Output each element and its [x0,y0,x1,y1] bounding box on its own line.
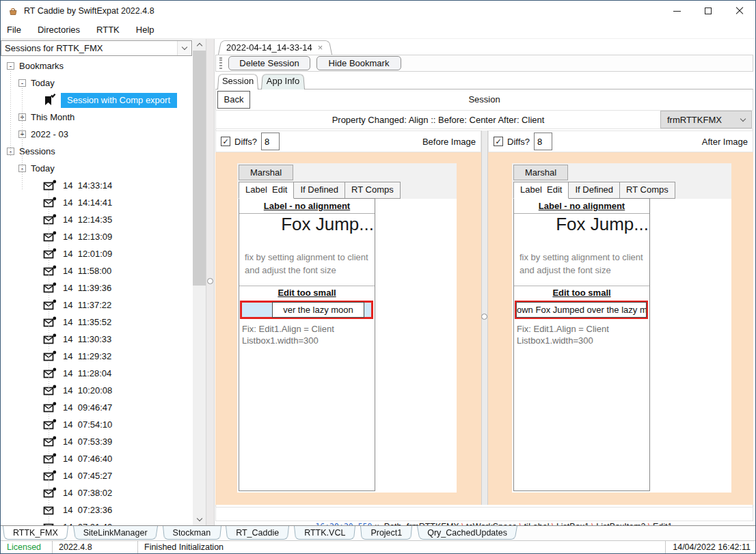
expand-toggle[interactable]: - [7,62,14,70]
session-envelope-icon [43,504,57,516]
after-diff-highlight: own Fox Jumped over the lazy moon [515,301,648,319]
session-tree-item[interactable]: 14 09:46:47 [1,399,193,416]
project-tab[interactable]: RTTK.VCL [294,526,355,540]
menu-rttk[interactable]: RTTK [88,21,128,39]
tree-node-2022-03[interactable]: + 2022 - 03 [1,126,193,143]
session-page-title: Session [216,94,753,105]
session-envelope-icon [43,180,57,191]
tree-node-sessions[interactable]: - Sessions [1,143,193,160]
hide-bookmark-button[interactable]: Hide Bookmark [316,56,401,70]
unread-dot-icon [53,368,56,372]
toolbar-gripper-icon[interactable] [219,57,222,69]
property-changed-bar: Property Changed: Align :: Before: Cente… [215,110,753,129]
session-tree-item[interactable]: 14 12:13:09 [1,228,193,245]
tree-node-bookmarks[interactable]: - Bookmarks [1,57,193,74]
session-tree-item[interactable]: 14 11:29:32 [1,348,193,365]
session-item-label: 14 07:23:36 [63,505,112,515]
tree-node-label: Bookmarks [19,61,64,71]
minimize-button[interactable] [661,1,692,21]
project-tab[interactable]: Stockman [163,526,221,540]
tree-node-label: Today [31,163,55,174]
session-tree-item[interactable]: 14 14:33:14 [1,177,193,194]
combo-dropdown-button[interactable] [177,41,191,55]
captured-fix-text: Fix: Edit1.Align = Client Listbox1.width… [239,323,375,346]
project-tab-label: RT_Caddie [236,528,279,538]
unread-dot-icon [53,266,56,269]
session-document-tab[interactable]: 2022-04-14_14-33-14 × [218,40,332,55]
app-icon [8,5,18,16]
sessions-combo-value: Sessions for RTTK_FMX [1,43,177,53]
captured-label-header: Label - no alignment [514,199,649,214]
project-tab[interactable]: Qry_CachedUpdates [417,526,517,540]
delete-session-button[interactable]: Delete Session [228,56,310,70]
session-item-label: 14 11:30:33 [63,334,111,344]
menu-help[interactable]: Help [128,21,163,39]
scroll-up-button[interactable] [193,39,206,51]
menu-directories[interactable]: Directories [29,21,88,39]
session-envelope-icon [43,436,57,447]
close-button[interactable] [724,1,755,21]
session-tree-item[interactable]: 14 11:28:04 [1,365,193,382]
project-tab-label: RTTK_FMX [13,528,58,538]
sessions-combo[interactable]: Sessions for RTTK_FMX [1,40,192,56]
chevron-down-icon [740,115,746,121]
session-tree-item[interactable]: 14 11:30:33 [1,331,193,348]
project-tab-label: Qry_CachedUpdates [427,528,507,538]
after-diffs-checkbox[interactable]: ✓ [494,137,503,146]
splitter-grip-icon[interactable] [481,314,487,320]
project-tab[interactable]: Project1 [360,526,412,540]
session-envelope-icon [43,197,57,208]
scroll-down-button[interactable] [193,514,206,525]
tree-scrollbar[interactable] [193,39,206,525]
session-tree-item[interactable]: 14 07:46:40 [1,450,193,467]
tree-node-this-month[interactable]: + This Month [1,109,193,126]
session-tree-item[interactable]: 14 11:58:00 [1,262,193,279]
captured-tab-strip: Label Edit If Defined RT Comps [513,182,675,199]
session-tree-item[interactable]: 14 12:14:35 [1,211,193,228]
menu-file[interactable]: File [1,21,29,39]
sidebar-splitter[interactable] [206,39,215,525]
session-item-label: 14 11:35:52 [63,317,111,327]
session-envelope-icon [43,453,57,465]
project-tab[interactable]: RTTK_FMX [3,526,68,540]
splitter-grip-icon[interactable] [207,278,213,284]
project-tab[interactable]: SiteLinkManager [73,526,158,540]
tab-app-info[interactable]: App Info [261,73,305,89]
app-body: Sessions for RTTK_FMX - Bookmarks - Toda… [1,39,755,525]
session-tree-item[interactable]: 14 11:37:22 [1,296,193,314]
unread-dot-icon [53,351,56,355]
project-tab[interactable]: RT_Caddie [226,526,289,540]
tab-close-icon[interactable]: × [318,42,323,53]
session-item-label: 14 12:01:09 [63,249,112,259]
selected-bookmark-label: Session with Comp export [61,93,177,108]
tab-session[interactable]: Session [217,73,258,89]
after-diffs-count-input[interactable] [534,133,552,150]
tree-node-selected-bookmark[interactable]: Session with Comp export [1,92,193,109]
scrollbar-thumb[interactable] [193,51,206,286]
tree-node-bookmarks-today[interactable]: - Today [1,74,193,92]
maximize-button[interactable] [692,1,724,21]
session-tree-item[interactable]: 14 11:39:36 [1,279,193,296]
before-diffs-count-input[interactable] [261,133,280,150]
form-selector-combo[interactable]: frmRTTKFMX [660,111,752,128]
captured-panel: Label - no alignment Fox Jump... fix by … [513,198,650,491]
pane-splitter[interactable] [481,130,488,505]
session-tree-item[interactable]: 14 07:38:02 [1,484,193,501]
status-message: Finished Initialization [138,541,666,553]
expand-toggle[interactable]: - [18,79,26,87]
session-tree-item[interactable]: 14 07:23:36 [1,501,193,518]
session-tree-item[interactable]: 14 14:14:41 [1,194,193,211]
session-tree-item[interactable]: 14 10:20:08 [1,382,193,399]
session-envelope-icon [43,487,57,499]
session-tree-item[interactable]: 14 11:35:52 [1,314,193,331]
captured-panel: Label - no alignment Fox Jump... fix by … [239,198,375,491]
session-tree-item[interactable]: 14 07:54:10 [1,416,193,433]
tree-node-sessions-today[interactable]: - Today [1,160,193,177]
before-pane: ✓ Diffs? Before Image Marshal Label Edit [215,130,481,505]
session-tree-item[interactable]: 14 12:01:09 [1,245,193,262]
tab-app-info-label: App Info [267,76,299,86]
session-tree-item[interactable]: 14 07:45:27 [1,467,193,484]
before-diffs-checkbox[interactable]: ✓ [221,137,230,146]
session-tree-item[interactable]: 14 07:21:40 [1,518,193,525]
session-tree-item[interactable]: 14 07:53:39 [1,433,193,450]
